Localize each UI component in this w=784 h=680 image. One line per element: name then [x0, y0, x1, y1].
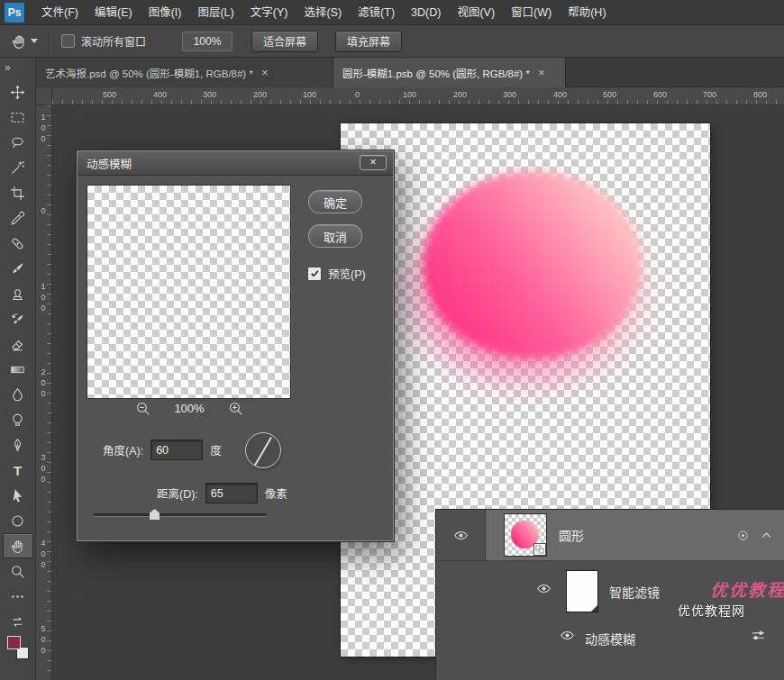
checkbox-box	[61, 34, 75, 48]
move-tool-button[interactable]	[3, 79, 33, 104]
layer-thumbnail[interactable]	[504, 513, 547, 557]
menu-filter[interactable]: 滤镜(T)	[350, 0, 403, 25]
blur-preview-area[interactable]	[87, 185, 291, 399]
dialog-title: 动感模糊	[87, 155, 132, 172]
clone-stamp-tool-button[interactable]	[3, 281, 33, 306]
horizontal-ruler: 500 400 300 200 100 0 100 200 300 400 50…	[52, 87, 784, 105]
close-tab-icon[interactable]: ×	[261, 67, 269, 78]
collapse-panel-icon[interactable]: »	[0, 58, 10, 79]
dialog-title-bar[interactable]: 动感模糊 ×	[77, 151, 393, 176]
menu-type[interactable]: 文字(Y)	[242, 0, 296, 25]
smart-object-badge-icon	[533, 543, 546, 556]
zoom-tool-button[interactable]	[3, 558, 33, 584]
menu-3d[interactable]: 3D(D)	[403, 0, 449, 25]
dodge-tool-button[interactable]	[3, 407, 33, 432]
quick-selection-tool-button[interactable]	[3, 155, 33, 180]
ellipse-tool-button[interactable]	[3, 508, 33, 533]
eyedropper-tool-button[interactable]	[3, 205, 33, 231]
visibility-eye-icon[interactable]	[453, 528, 469, 543]
zoom-out-icon[interactable]	[135, 401, 150, 416]
collapse-filters-chevron-icon[interactable]	[760, 529, 773, 542]
preview-checkbox[interactable]: 预览(P)	[307, 265, 366, 282]
lasso-tool-button[interactable]	[3, 130, 33, 155]
document-tab-bar: 艺术海报.psd @ 50% (圆形-模糊1, RGB/8#) * × 圆形-模…	[36, 58, 784, 87]
filter-name[interactable]: 动感模糊	[585, 630, 635, 648]
slider-thumb[interactable]	[150, 509, 160, 520]
scroll-all-windows-checkbox[interactable]: 滚动所有窗口	[61, 33, 146, 49]
menu-layer[interactable]: 图层(L)	[189, 0, 242, 25]
watermark-accent: 优优教程网	[710, 576, 784, 601]
path-selection-tool-button[interactable]	[3, 483, 33, 508]
foreground-color-swatch[interactable]	[7, 636, 21, 649]
layer-row-circle[interactable]: 圆形	[436, 510, 784, 560]
ok-button[interactable]: 确定	[308, 190, 362, 213]
tab-art-poster[interactable]: 艺术海报.psd @ 50% (圆形-模糊1, RGB/8#) * ×	[36, 58, 333, 87]
angle-dial[interactable]	[245, 432, 281, 468]
type-tool-button[interactable]: T	[3, 458, 33, 483]
filter-item-row[interactable]: 动感模糊	[436, 621, 784, 654]
marquee-tool-button[interactable]	[3, 104, 33, 130]
distance-unit: 像素	[265, 485, 287, 502]
angle-row: 角度(A): 度	[103, 440, 222, 460]
hand-tool-button[interactable]	[3, 533, 33, 558]
menu-edit[interactable]: 编辑(E)	[87, 0, 141, 25]
cancel-button[interactable]: 取消	[308, 224, 362, 248]
menu-view[interactable]: 视图(V)	[449, 0, 503, 25]
blur-tool-button[interactable]	[3, 382, 33, 407]
distance-slider[interactable]	[94, 513, 267, 517]
photoshop-logo-icon: Ps	[5, 3, 24, 23]
selected-layer-row[interactable]: 圆形	[485, 510, 784, 560]
visibility-eye-icon[interactable]	[560, 628, 575, 643]
menu-select[interactable]: 选择(S)	[296, 0, 350, 25]
menu-help[interactable]: 帮助(H)	[560, 0, 614, 25]
fill-screen-button[interactable]: 填充屏幕	[335, 31, 402, 52]
vertical-ruler: 100 0 100 200 300 400 500	[36, 105, 52, 680]
options-divider	[49, 31, 50, 52]
smart-filter-toggle-icon[interactable]	[736, 529, 750, 542]
layer-name[interactable]: 圆形	[559, 526, 584, 544]
menu-file[interactable]: 文件(F)	[33, 0, 87, 25]
foreground-background-swatches[interactable]	[6, 636, 30, 659]
distance-label: 距离(D):	[157, 485, 198, 502]
layers-panel: 圆形 智能滤镜 动感模糊 优优教程网 优优教程网	[435, 509, 784, 680]
healing-brush-tool-button[interactable]	[3, 231, 33, 256]
toolbar: » T	[0, 58, 36, 680]
tab-circle-blur[interactable]: 圆形-模糊1.psb @ 50% (圆形, RGB/8#) * ×	[333, 58, 566, 87]
menu-bar: Ps 文件(F) 编辑(E) 图像(I) 图层(L) 文字(Y) 选择(S) 滤…	[0, 0, 784, 25]
eraser-tool-button[interactable]	[3, 331, 33, 357]
filter-blending-options-icon[interactable]	[751, 628, 766, 643]
watermark: 优优教程网	[678, 601, 745, 619]
distance-row: 距离(D): 像素	[157, 483, 287, 503]
crop-tool-button[interactable]	[3, 180, 33, 205]
ruler-corner	[36, 87, 52, 105]
pen-tool-button[interactable]	[3, 432, 33, 458]
hand-tool-preset-button[interactable]	[11, 33, 38, 50]
history-brush-tool-button[interactable]	[3, 306, 33, 331]
chevron-down-icon	[31, 39, 38, 43]
pink-circle-layer	[424, 171, 642, 358]
smart-filter-label[interactable]: 智能滤镜	[609, 583, 660, 601]
checkbox-label: 滚动所有窗口	[81, 33, 146, 49]
distance-input[interactable]	[205, 483, 258, 503]
preview-zoom-level: 100%	[174, 402, 204, 415]
brush-tool-button[interactable]	[3, 256, 33, 281]
angle-unit: 度	[210, 441, 222, 458]
visibility-eye-icon[interactable]	[536, 581, 552, 596]
close-tab-icon[interactable]: ×	[538, 67, 545, 78]
hand-icon	[11, 33, 27, 50]
angle-input[interactable]	[150, 440, 203, 460]
dialog-close-button[interactable]: ×	[360, 155, 387, 170]
edit-toolbar-button[interactable]	[3, 584, 33, 609]
options-bar: 滚动所有窗口 100% 适合屏幕 填充屏幕	[0, 25, 784, 58]
fit-screen-button[interactable]: 适合屏幕	[251, 31, 318, 52]
swap-colors-button[interactable]	[3, 609, 33, 634]
tab-label: 艺术海报.psd @ 50% (圆形-模糊1, RGB/8#) *	[45, 66, 253, 80]
motion-blur-dialog: 动感模糊 × 100% 确定 取消 预览(P) 角度(A): 度 距离(D): …	[77, 150, 394, 541]
menu-image[interactable]: 图像(I)	[141, 0, 190, 25]
filter-mask-thumbnail[interactable]	[566, 570, 598, 612]
menu-window[interactable]: 窗口(W)	[503, 0, 560, 25]
checkbox-checked-box	[307, 267, 322, 281]
zoom-in-icon[interactable]	[228, 401, 243, 416]
zoom-level-button[interactable]: 100%	[182, 32, 232, 51]
gradient-tool-button[interactable]	[3, 357, 33, 382]
